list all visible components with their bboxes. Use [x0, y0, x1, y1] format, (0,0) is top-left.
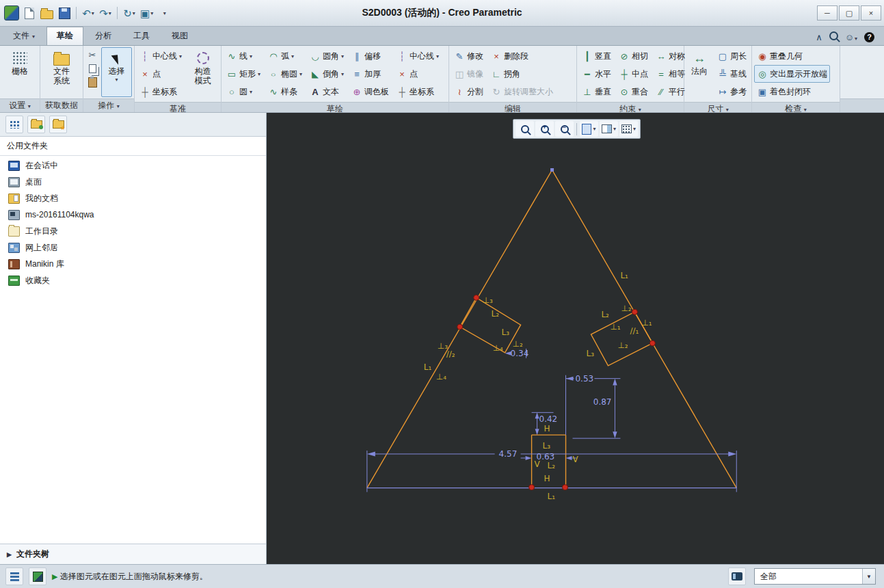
regenerate-button[interactable]: ↻▾ [122, 5, 136, 21]
equal-button[interactable]: =相等 [653, 65, 688, 83]
group-label-setup[interactable]: 设置 ▾ [0, 98, 40, 112]
group-label-operations[interactable]: 操作 ▾ [83, 98, 134, 112]
text-button[interactable]: A文本 [307, 83, 347, 101]
find-tool-button[interactable] [728, 567, 746, 585]
sketch-canvas[interactable]: 4.570.870.530.420.630.34⊥₃L₂L₃⊥₄⊥₂⊥₃∕∕₂L… [267, 113, 884, 564]
vertex-point[interactable] [474, 295, 479, 300]
tab-sketch[interactable]: 草绘 [46, 27, 83, 45]
group-label-datum[interactable]: 基准 [135, 102, 221, 112]
cut-button[interactable]: ✂ [85, 49, 99, 61]
vertex-point[interactable] [457, 324, 463, 330]
search-button[interactable] [829, 31, 838, 42]
sidebar-item-desktop[interactable]: 桌面 [0, 174, 266, 190]
collapse-ribbon-button[interactable]: ∧ [816, 32, 822, 42]
window-button[interactable]: ▣▾ [139, 5, 154, 21]
maximize-button[interactable]: ▢ [839, 5, 859, 21]
point-button[interactable]: ×点 [137, 65, 185, 83]
constraint-label[interactable]: ⊥₂ [621, 304, 631, 313]
model-tree-toggle-button[interactable] [5, 567, 23, 585]
tangent-button[interactable]: ⊘相切 [616, 47, 651, 65]
symmetric-button[interactable]: ↔对称 [653, 47, 688, 65]
constraint-label[interactable]: ⊥₄ [436, 372, 446, 382]
constraint-label[interactable]: ⊥₁ [610, 322, 620, 332]
point-button[interactable]: ×点 [394, 65, 442, 83]
show-model-button[interactable] [29, 567, 46, 585]
left-quad[interactable] [460, 297, 521, 353]
repaint-button[interactable]: ▾ [580, 121, 598, 137]
tab-view[interactable]: 视图 [161, 27, 198, 45]
group-label-dimension[interactable]: 尺寸 ▾ [684, 102, 751, 112]
grid-button[interactable]: 栅格 [2, 47, 38, 97]
vertex-point[interactable] [649, 340, 655, 346]
constraint-label[interactable]: ∕∕₂ [446, 349, 455, 359]
new-file-button[interactable] [23, 5, 36, 21]
sidebar-item-network[interactable]: 网上邻居 [0, 239, 266, 256]
vertex-point[interactable] [529, 485, 535, 490]
dimension-quad-offset[interactable]: 0.34 [511, 349, 529, 358]
sketch-drawing[interactable]: 4.570.870.530.420.630.34⊥₃L₂L₃⊥₄⊥₂⊥₃∕∕₂L… [267, 113, 884, 564]
dimension-horizontal-offset[interactable]: 0.53 [576, 374, 594, 384]
constraint-label[interactable]: ∕∕₁ [630, 326, 639, 336]
ellipse-button[interactable]: ○椭圆▾ [265, 65, 305, 83]
vertical-button[interactable]: ┃竖直 [579, 47, 614, 65]
open-ends-button[interactable]: ◎突出显示开放端 [754, 65, 830, 83]
tab-analysis[interactable]: 分析 [85, 27, 122, 45]
constraint-label[interactable]: L₃ [543, 441, 551, 451]
add-folder-button[interactable] [27, 116, 45, 133]
csys-button[interactable]: ┼坐标系 [137, 83, 185, 101]
customize-qat-button[interactable]: ▾ [157, 5, 171, 21]
tab-file[interactable]: 文件▾ [3, 27, 45, 45]
constraint-label[interactable]: L₁ [424, 362, 432, 372]
dimension-rect-top-gap[interactable]: 0.42 [539, 414, 558, 424]
rotate-resize-button[interactable]: ↻旋转调整大小 [488, 83, 556, 101]
dimension-right-height-lines[interactable] [573, 379, 621, 438]
baseline-button[interactable]: ╩基线 [714, 65, 749, 83]
constraint-label[interactable]: L₁ [620, 271, 628, 280]
constraint-label[interactable]: V [573, 455, 579, 464]
offset-button[interactable]: ∥偏移 [349, 47, 392, 65]
constraint-label[interactable]: L₃ [586, 349, 594, 358]
zoom-in-button[interactable] [535, 121, 554, 137]
centerline-button[interactable]: ┆中心线▾ [137, 47, 185, 65]
apex-vertex-marker[interactable] [550, 168, 554, 172]
open-file-button[interactable] [40, 5, 54, 21]
vertex-points[interactable] [457, 295, 656, 490]
constraint-label[interactable]: L₂ [492, 309, 500, 319]
constraint-label[interactable]: L₂ [548, 461, 556, 470]
tab-tools[interactable]: 工具 [123, 27, 160, 45]
constraint-label[interactable]: H [544, 424, 550, 433]
constraint-label[interactable]: L₁ [548, 492, 556, 501]
favorites-folder-button[interactable] [49, 116, 67, 133]
perpendicular-button[interactable]: ⊥垂直 [579, 83, 614, 101]
modify-button[interactable]: ✎修改 [451, 47, 486, 65]
spline-button[interactable]: ∿样条 [265, 83, 305, 101]
file-system-button[interactable]: 文件 系统 [42, 47, 81, 97]
line-button[interactable]: ∿线▾ [224, 47, 263, 65]
folder-list-view-button[interactable] [5, 116, 23, 133]
horizontal-button[interactable]: ━水平 [579, 65, 614, 83]
sidebar-item-manikin-library[interactable]: Manikin 库 [0, 256, 266, 272]
constraint-label[interactable]: L₃ [502, 328, 510, 337]
close-button[interactable]: × [861, 5, 881, 21]
delete-segment-button[interactable]: ×删除段 [488, 47, 556, 65]
sketcher-display-filters-button[interactable]: ▾ [619, 121, 638, 137]
constraint-label[interactable]: H [544, 474, 550, 483]
thicken-button[interactable]: ≡加厚 [349, 65, 392, 83]
minimize-button[interactable]: ─ [817, 5, 838, 21]
arc-button[interactable]: ◠弧▾ [265, 47, 305, 65]
constraint-label[interactable]: ⊥₄ [493, 343, 503, 353]
group-label-constrain[interactable]: 约束 ▾ [577, 102, 684, 112]
divide-button[interactable]: ≀分割 [451, 83, 486, 101]
redo-button[interactable]: ↷▾ [98, 5, 112, 21]
display-style-button[interactable]: ▾ [600, 121, 618, 137]
constraint-label[interactable]: ⊥₂ [617, 340, 628, 350]
normal-dimension-button[interactable]: ↔ 法向 [686, 47, 712, 101]
select-button[interactable]: 选择 ▾ [101, 47, 132, 97]
rect-button[interactable]: ▭矩形▾ [224, 65, 263, 83]
combo-arrow-button[interactable]: ▼ [862, 569, 875, 584]
midpoint-button[interactable]: ┼中点 [616, 65, 651, 83]
palette-button[interactable]: ⊕调色板 [349, 83, 392, 101]
constraint-label[interactable]: ⊥₁ [641, 318, 652, 328]
folder-tree-expander[interactable]: ▶ 文件夹树 [0, 544, 266, 564]
group-label-inspect[interactable]: 检查 ▾ [752, 102, 840, 112]
